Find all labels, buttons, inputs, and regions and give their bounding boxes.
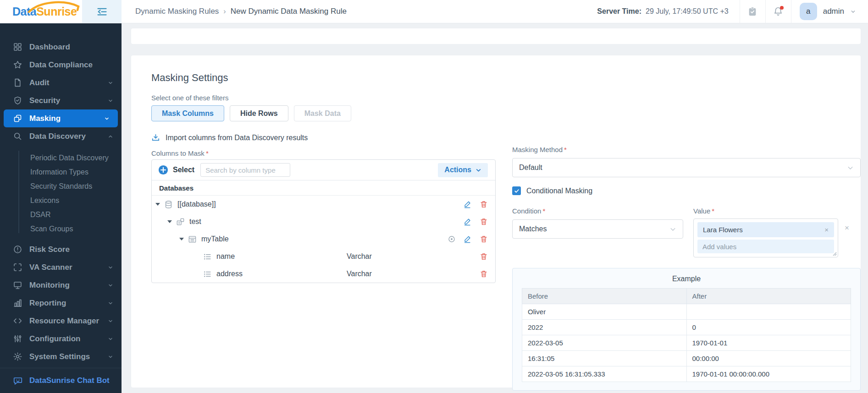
sidebar-item-va-scanner[interactable]: VA Scanner — [0, 258, 122, 276]
table-node-label: myTable — [201, 235, 229, 243]
chevron-down-icon — [850, 9, 856, 15]
sidebar-item-audit[interactable]: Audit — [0, 74, 122, 92]
sidebar-item-configuration[interactable]: Configuration — [0, 330, 122, 348]
table-row: 2022-03-05 1970-01-01 — [522, 335, 851, 351]
import-columns-label: Import columns from Data Discovery resul… — [166, 134, 308, 142]
conditional-masking-label: Conditional Masking — [526, 187, 592, 195]
sidebar-item-monitoring[interactable]: Monitoring — [0, 276, 122, 294]
add-values-input[interactable] — [697, 240, 834, 253]
server-time: Server Time: 29 July, 17:49:50 UTC +3 — [597, 0, 739, 23]
schema-node-label: test — [189, 218, 201, 226]
database-node-label: [[database]] — [177, 200, 216, 208]
tasks-button[interactable] — [740, 0, 765, 23]
chevron-down-icon — [108, 283, 113, 288]
resize-handle-icon[interactable] — [833, 252, 837, 256]
edit-icon[interactable] — [464, 200, 472, 208]
value-tags-box[interactable]: Lara Flowers × — [693, 218, 838, 257]
delete-icon[interactable] — [480, 252, 488, 261]
tree-toolbar: Select Actions — [152, 160, 495, 180]
tree-node-column-name[interactable]: name Varchar — [152, 248, 495, 265]
table-row: 2022-03-05 16:31:05.333 1970-01-01 00:00… — [522, 366, 851, 382]
delete-icon[interactable] — [480, 218, 488, 226]
column-datatype: Varchar — [347, 270, 372, 278]
collapse-menu-icon — [96, 5, 108, 18]
clipboard-check-icon — [747, 6, 757, 16]
sidebar-subitem-dsar[interactable]: DSAR — [0, 207, 122, 222]
collapse-caret-icon[interactable] — [167, 220, 172, 223]
condition-label: Condition* — [512, 207, 683, 215]
edit-icon[interactable] — [464, 235, 472, 243]
sidebar-item-masking[interactable]: Masking — [4, 109, 118, 127]
sidebar-subitem-lexicons[interactable]: Lexicons — [0, 193, 122, 207]
data-discovery-submenu: Periodic Data Discovery Information Type… — [0, 145, 122, 237]
conditional-masking-checkbox-row[interactable]: Conditional Masking — [512, 186, 861, 195]
sidebar-subitem-security-standards[interactable]: Security Standards — [0, 179, 122, 193]
chevron-down-icon — [108, 98, 113, 104]
delete-icon[interactable] — [480, 200, 488, 208]
tree-node-database[interactable]: [[database]] — [152, 196, 495, 213]
column-type-search-input[interactable] — [200, 163, 290, 177]
add-column-icon[interactable] — [158, 165, 168, 175]
chevron-down-icon — [108, 336, 113, 342]
delete-icon[interactable] — [480, 270, 488, 278]
bar-chart-icon — [13, 298, 22, 308]
clear-values-icon[interactable]: × — [845, 224, 849, 232]
sidebar-collapse-button[interactable] — [82, 0, 122, 23]
sidebar-item-risk-score[interactable]: Risk Score — [0, 240, 122, 258]
sidebar-subitem-information-types[interactable]: Information Types — [0, 165, 122, 179]
column-list-icon — [203, 270, 212, 278]
import-columns-link[interactable]: Import columns from Data Discovery resul… — [151, 133, 496, 142]
preview-icon[interactable] — [448, 235, 456, 243]
masking-method-select[interactable]: Default — [512, 158, 861, 177]
user-menu[interactable]: a admin — [791, 0, 868, 23]
mask-data-button[interactable]: Mask Data — [294, 105, 351, 121]
brand-part2: Sunrise — [36, 5, 77, 18]
notifications-button[interactable] — [765, 0, 791, 23]
page-title: Masking Settings — [151, 72, 861, 84]
example-col-after: After — [686, 289, 851, 304]
table-row: 2022 0 — [522, 320, 851, 335]
actions-button[interactable]: Actions — [438, 163, 488, 177]
alert-circle-icon — [13, 245, 22, 254]
masking-method-value: Default — [519, 164, 542, 172]
select-label: Select — [173, 166, 194, 174]
sidebar-item-security[interactable]: Security — [0, 92, 122, 109]
required-asterisk: * — [712, 207, 714, 215]
table-row: Oliver — [522, 304, 851, 320]
column-node-label: name — [216, 252, 235, 261]
columns-to-mask-label: Columns to Mask* — [151, 149, 496, 157]
brand-logo: DataSunrise — [0, 0, 82, 23]
condition-select[interactable]: Matches — [512, 219, 683, 239]
sidebar-item-data-compliance[interactable]: Data Compliance — [0, 56, 122, 74]
sidebar-item-data-discovery[interactable]: Data Discovery — [0, 127, 122, 145]
sidebar-item-system-settings[interactable]: System Settings — [0, 348, 122, 366]
filter-buttons: Mask Columns Hide Rows Mask Data — [151, 105, 861, 121]
sidebar-item-reporting[interactable]: Reporting — [0, 294, 122, 312]
top-bar: DataSunrise Dynamic Masking Rules › New … — [0, 0, 868, 23]
delete-icon[interactable] — [480, 235, 488, 243]
sidebar-item-chat-bot[interactable]: DataSunrise Chat Bot — [0, 368, 122, 386]
chevron-down-icon — [669, 226, 676, 233]
hide-rows-button[interactable]: Hide Rows — [230, 105, 288, 121]
tree-node-column-address[interactable]: address Varchar — [152, 265, 495, 283]
tree-node-schema[interactable]: test — [152, 213, 495, 230]
masking-method-label: Masking Method* — [512, 146, 861, 153]
breadcrumb-separator: › — [223, 7, 226, 16]
edit-icon[interactable] — [464, 218, 472, 226]
chevron-down-icon — [108, 80, 113, 86]
breadcrumb-root-link[interactable]: Dynamic Masking Rules — [135, 7, 219, 16]
collapse-caret-icon[interactable] — [179, 238, 184, 240]
gear-icon — [13, 352, 22, 361]
required-asterisk: * — [206, 149, 209, 157]
document-icon — [13, 78, 22, 87]
sidebar-item-dashboard[interactable]: Dashboard — [0, 38, 122, 56]
mask-columns-button[interactable]: Mask Columns — [151, 105, 224, 121]
tree-node-table[interactable]: myTable — [152, 230, 495, 248]
sidebar-item-resource-manager[interactable]: Resource Manager — [0, 312, 122, 330]
server-time-value: 29 July, 17:49:50 UTC +3 — [646, 7, 729, 16]
checkbox-checked-icon[interactable] — [512, 186, 521, 195]
remove-chip-icon[interactable]: × — [824, 226, 829, 234]
sidebar-subitem-scan-groups[interactable]: Scan Groups — [0, 222, 122, 236]
sidebar-subitem-periodic-data-discovery[interactable]: Periodic Data Discovery — [0, 151, 122, 165]
collapse-caret-icon[interactable] — [155, 203, 160, 206]
